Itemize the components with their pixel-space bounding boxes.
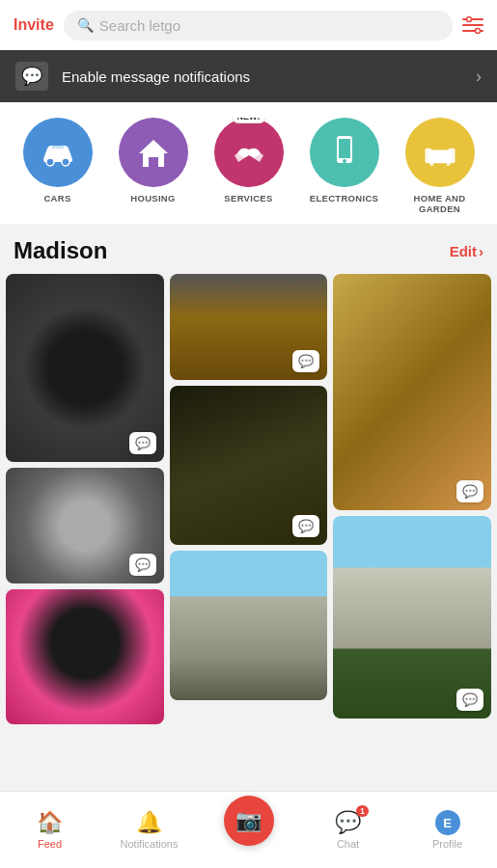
chat-bubble-1[interactable]: 💬: [129, 432, 156, 454]
profile-label: Profile: [432, 838, 462, 850]
header: Invite 🔍 Search letgo: [0, 0, 497, 50]
list-item[interactable]: 💬: [170, 386, 328, 545]
search-bar[interactable]: 🔍 Search letgo: [64, 11, 453, 41]
electronics-label: ELECTRONICS: [310, 193, 378, 203]
category-housing[interactable]: HOUSING: [105, 118, 201, 203]
list-item[interactable]: 💬: [6, 468, 164, 583]
notification-banner-arrow: ›: [476, 67, 482, 87]
sofa-icon: [422, 134, 458, 171]
chat-label: Chat: [337, 838, 359, 850]
house-icon: [135, 134, 172, 171]
svg-rect-10: [339, 139, 350, 158]
housing-circle: [119, 118, 188, 187]
page-title: Madison: [14, 237, 107, 264]
list-item[interactable]: 💬: [6, 274, 164, 462]
svg-point-5: [46, 158, 54, 166]
category-services[interactable]: NEW! SERVICES: [201, 118, 296, 203]
services-label: SERVICES: [224, 193, 272, 203]
electronics-circle: [310, 118, 379, 187]
chat-badge: 1: [356, 805, 369, 817]
product-grid: 💬 💬 💬 💬 💬 💬: [0, 274, 497, 746]
chat-icon-wrap: 💬 1: [335, 810, 361, 835]
nav-chat[interactable]: 💬 1 Chat: [298, 810, 398, 850]
search-icon: 🔍: [77, 17, 94, 33]
svg-point-11: [343, 159, 346, 163]
filter-button[interactable]: [462, 16, 483, 34]
nav-notifications[interactable]: 🔔 Notifications: [99, 810, 199, 850]
category-garden[interactable]: HOME AND GARDEN: [392, 118, 487, 214]
svg-point-3: [467, 17, 472, 22]
chat-bubble-5[interactable]: 💬: [456, 480, 483, 502]
categories-section: CARS HOUSING NEW! SERVICES: [0, 102, 497, 224]
list-item[interactable]: [6, 589, 164, 724]
edit-button[interactable]: Edit ›: [450, 243, 483, 259]
svg-rect-14: [448, 149, 455, 164]
message-icon: 💬: [15, 62, 48, 91]
housing-label: HOUSING: [130, 193, 175, 203]
new-badge: NEW!: [232, 118, 266, 123]
feed-label: Feed: [38, 838, 62, 850]
chat-bubble-4[interactable]: 💬: [292, 515, 319, 537]
chat-bubble-2[interactable]: 💬: [129, 554, 156, 576]
invite-button[interactable]: Invite: [14, 16, 54, 34]
svg-point-4: [476, 29, 481, 34]
nav-feed[interactable]: 🏠 Feed: [0, 810, 99, 850]
chat-bubble-6[interactable]: 💬: [456, 689, 483, 711]
nav-profile[interactable]: E Profile: [398, 810, 497, 850]
cars-circle: [23, 118, 93, 187]
search-placeholder-text: Search letgo: [99, 17, 180, 34]
cars-label: CARS: [43, 193, 70, 203]
svg-rect-17: [446, 162, 449, 166]
camera-icon: 📷: [235, 808, 262, 833]
grid-col-2: 💬 💬: [170, 274, 328, 746]
car-icon: [40, 134, 76, 171]
notifications-label: Notifications: [121, 838, 179, 850]
bottom-nav: 🏠 Feed 🔔 Notifications 📷 💬 1 Chat E Prof…: [0, 791, 497, 868]
category-cars[interactable]: CARS: [10, 118, 105, 203]
svg-point-6: [62, 158, 69, 166]
services-circle: NEW!: [214, 118, 284, 187]
notification-banner-text: Enable message notifications: [62, 68, 462, 85]
garden-label: HOME AND GARDEN: [392, 193, 487, 214]
garden-circle: [405, 118, 475, 187]
chat-bubble-3[interactable]: 💬: [292, 350, 319, 372]
category-electronics[interactable]: ELECTRONICS: [296, 118, 392, 203]
list-item[interactable]: 💬: [170, 274, 328, 380]
list-item[interactable]: 💬: [333, 516, 491, 719]
phone-icon: [326, 134, 363, 171]
svg-rect-13: [425, 149, 431, 164]
home-icon: 🏠: [37, 810, 63, 835]
avatar: E: [435, 810, 460, 835]
svg-rect-16: [429, 162, 432, 166]
notification-banner[interactable]: 💬 Enable message notifications ›: [0, 50, 497, 102]
madison-header: Madison Edit ›: [0, 224, 497, 274]
camera-button[interactable]: 📷: [224, 796, 274, 846]
list-item[interactable]: 💬: [333, 274, 491, 510]
bell-icon: 🔔: [136, 810, 162, 835]
handshake-icon: [231, 134, 267, 171]
nav-camera[interactable]: 📷: [199, 815, 298, 846]
grid-col-1: 💬 💬: [6, 274, 164, 746]
svg-rect-15: [428, 156, 451, 159]
grid-col-3: 💬 💬: [333, 274, 491, 746]
list-item[interactable]: [170, 551, 328, 700]
svg-rect-8: [149, 157, 158, 167]
filter-icon: [462, 16, 483, 34]
svg-rect-12: [428, 149, 451, 163]
categories-row: CARS HOUSING NEW! SERVICES: [10, 118, 487, 214]
